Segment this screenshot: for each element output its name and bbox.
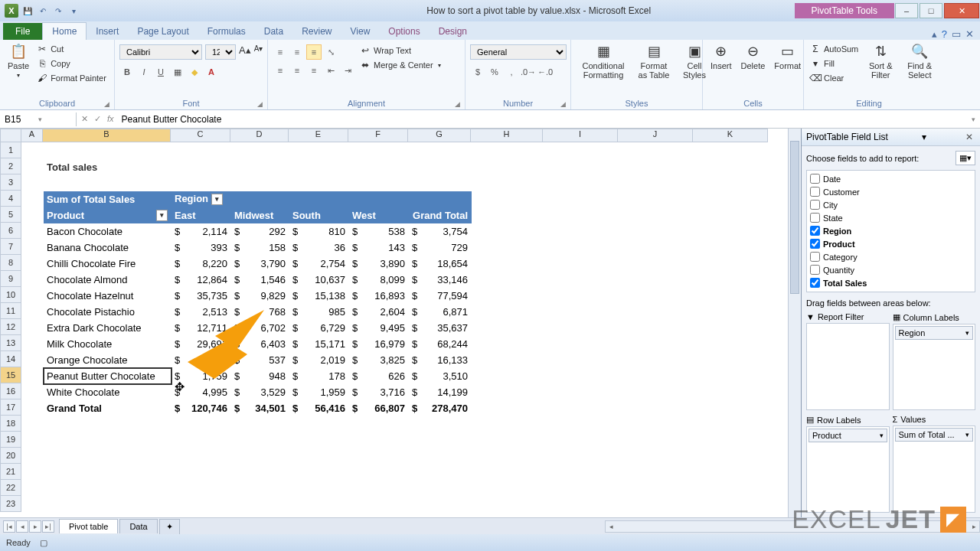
wrap-text-button[interactable]: ↩Wrap Text	[358, 44, 443, 57]
close-button[interactable]: ✕	[944, 3, 979, 18]
redo-icon[interactable]: ↷	[52, 5, 64, 17]
undo-icon[interactable]: ↶	[37, 5, 49, 17]
close-pane-icon[interactable]: ✕	[963, 132, 975, 142]
format-as-table-button[interactable]: ▤Format as Table	[634, 41, 674, 81]
row-header-21[interactable]: 21	[0, 464, 21, 480]
tab-home[interactable]: Home	[42, 22, 87, 40]
field-state[interactable]: State	[808, 211, 973, 224]
border-button[interactable]: ▦	[170, 64, 185, 80]
value-field-pill[interactable]: Sum of Total ...▾	[895, 428, 974, 442]
field-date[interactable]: Date	[808, 172, 973, 185]
row-header-4[interactable]: 4	[0, 191, 21, 207]
minimize-ribbon-icon[interactable]: ▴	[932, 28, 937, 40]
col-header-E[interactable]: E	[289, 129, 348, 142]
expand-formula-bar-icon[interactable]: ▾	[972, 116, 975, 123]
tab-page-layout[interactable]: Page Layout	[128, 23, 198, 40]
row-header-2[interactable]: 2	[0, 158, 21, 174]
row-header-5[interactable]: 5	[0, 207, 21, 223]
row-header-19[interactable]: 19	[0, 432, 21, 448]
field-list-dropdown-icon[interactable]: ▾	[922, 132, 926, 142]
name-box[interactable]: B15▾	[0, 112, 77, 126]
tab-review[interactable]: Review	[292, 23, 341, 40]
dialog-launcher-icon[interactable]: ◢	[455, 100, 460, 108]
row-field-pill[interactable]: Product▾	[808, 429, 887, 442]
row-header-12[interactable]: 12	[0, 319, 21, 335]
restore-workbook-icon[interactable]: ▭	[952, 28, 961, 40]
new-sheet-icon[interactable]: ✦	[159, 519, 180, 534]
underline-button[interactable]: U	[153, 64, 168, 80]
next-sheet-icon[interactable]: ▸	[29, 520, 41, 533]
fx-icon[interactable]: fx	[107, 114, 114, 124]
formula-input[interactable]: Peanut Butter Chocolate	[122, 114, 964, 125]
column-labels-box[interactable]: Region▾	[893, 324, 976, 410]
macro-record-icon[interactable]: ▢	[40, 538, 47, 548]
tab-insert[interactable]: Insert	[87, 23, 128, 40]
fill-color-button[interactable]: ◆	[187, 64, 202, 80]
col-header-B[interactable]: B	[43, 129, 171, 142]
font-name-select[interactable]: Calibri	[119, 44, 202, 60]
tab-file[interactable]: File	[3, 23, 42, 40]
fill-button[interactable]: ▾Fill	[808, 57, 860, 70]
save-icon[interactable]: 💾	[21, 5, 34, 17]
row-header-17[interactable]: 17	[0, 399, 21, 416]
align-center-icon[interactable]: ≡	[289, 63, 305, 78]
align-middle-icon[interactable]: ≡	[289, 44, 305, 60]
tab-formulas[interactable]: Formulas	[198, 23, 255, 40]
first-sheet-icon[interactable]: |◂	[3, 520, 15, 533]
col-header-I[interactable]: I	[543, 129, 618, 142]
row-header-6[interactable]: 6	[0, 223, 21, 239]
cancel-icon[interactable]: ✕	[81, 114, 88, 124]
merge-center-button[interactable]: ⬌Merge & Center▾	[358, 59, 443, 71]
autosum-button[interactable]: ΣAutoSum	[808, 43, 860, 55]
col-header-D[interactable]: D	[230, 129, 289, 142]
worksheet-grid[interactable]: A B C D E F G H I J K 123456789101112131…	[0, 129, 788, 517]
increase-indent-icon[interactable]: ⇥	[340, 63, 355, 78]
align-top-icon[interactable]: ≡	[273, 44, 288, 60]
row-header-3[interactable]: 3	[0, 174, 21, 191]
decrease-font-icon[interactable]: A▾	[254, 44, 263, 60]
dialog-launcher-icon[interactable]: ◢	[257, 100, 263, 108]
vertical-scrollbar[interactable]	[788, 129, 801, 517]
row-header-15[interactable]: 15	[0, 367, 21, 383]
delete-cells-button[interactable]: ⊖Delete	[738, 41, 769, 72]
col-header-F[interactable]: F	[348, 129, 408, 142]
dialog-launcher-icon[interactable]: ◢	[560, 100, 566, 108]
row-header-16[interactable]: 16	[0, 383, 21, 399]
decrease-decimal-icon[interactable]: ←.0	[537, 64, 553, 80]
col-header-G[interactable]: G	[408, 129, 471, 142]
enter-icon[interactable]: ✓	[94, 114, 101, 124]
field-city[interactable]: City	[808, 198, 973, 211]
comma-format-icon[interactable]: ,	[504, 64, 519, 80]
tab-data[interactable]: Data	[255, 23, 292, 40]
format-painter-button[interactable]: 🖌Format Painter	[35, 72, 108, 84]
row-header-8[interactable]: 8	[0, 255, 21, 271]
cut-button[interactable]: ✂Cut	[35, 43, 108, 55]
paste-button[interactable]: 📋 Paste ▾	[5, 41, 32, 80]
font-color-button[interactable]: A	[204, 64, 219, 80]
row-header-18[interactable]: 18	[0, 416, 21, 432]
row-header-10[interactable]: 10	[0, 287, 21, 303]
row-header-23[interactable]: 23	[0, 496, 21, 512]
align-left-icon[interactable]: ≡	[273, 63, 288, 78]
col-header-H[interactable]: H	[471, 129, 543, 142]
italic-button[interactable]: I	[136, 64, 152, 80]
dialog-launcher-icon[interactable]: ◢	[104, 100, 109, 108]
row-header-9[interactable]: 9	[0, 271, 21, 287]
col-header-J[interactable]: J	[618, 129, 693, 142]
field-customer[interactable]: Customer	[808, 185, 973, 198]
qat-dropdown-icon[interactable]: ▾	[67, 5, 80, 17]
row-labels-box[interactable]: Product▾	[806, 426, 890, 513]
sheet-tab-active[interactable]: Pivot table	[59, 519, 118, 533]
field-product[interactable]: Product	[808, 237, 973, 250]
row-header-22[interactable]: 22	[0, 480, 21, 496]
bold-button[interactable]: B	[119, 64, 135, 80]
accounting-format-icon[interactable]: $	[470, 64, 485, 80]
find-select-button[interactable]: 🔍Find & Select	[901, 41, 938, 81]
conditional-formatting-button[interactable]: ▦Conditional Formatting	[576, 41, 631, 81]
orientation-icon[interactable]: ⤡	[323, 44, 338, 60]
column-field-pill[interactable]: Region▾	[895, 326, 974, 340]
row-header-20[interactable]: 20	[0, 448, 21, 464]
row-header-13[interactable]: 13	[0, 335, 21, 351]
select-all-corner[interactable]	[0, 129, 21, 142]
maximize-button[interactable]: □	[920, 3, 942, 18]
